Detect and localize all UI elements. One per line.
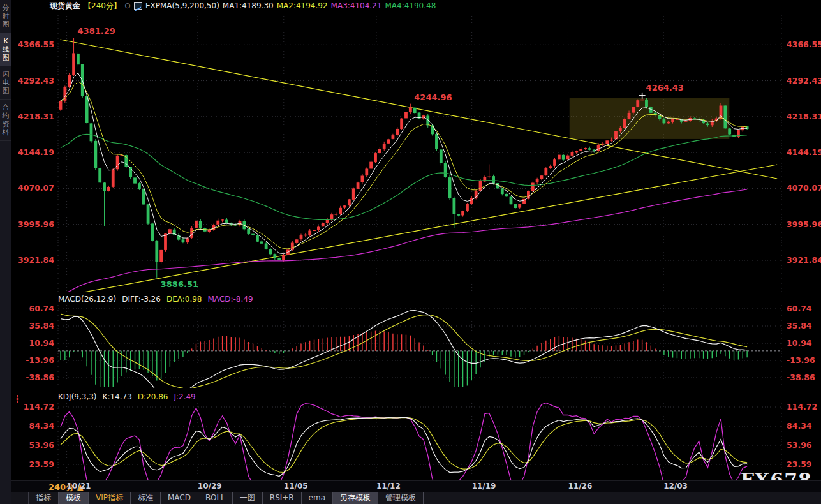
- svg-text:35.84: 35.84: [787, 321, 812, 330]
- ma3-value: MA3:4104.21: [331, 1, 382, 10]
- svg-text:35.84: 35.84: [29, 321, 54, 330]
- sidebar-tab-1[interactable]: K线图: [0, 33, 11, 66]
- date-tick-3: 11/12: [376, 482, 401, 491]
- indicator-toolbar: 指标模板VIP指标标准MACDBOLL一图RSI+Bema另存模板管理模板: [11, 492, 821, 504]
- kdj-j-value: J:2.49: [174, 392, 195, 401]
- svg-text:114.72: 114.72: [24, 403, 54, 411]
- svg-text:4218.31: 4218.31: [18, 112, 54, 121]
- svg-text:4144.19: 4144.19: [18, 147, 54, 157]
- ma2-value: MA2:4194.92: [277, 1, 328, 10]
- svg-text:60.74: 60.74: [787, 305, 812, 313]
- svg-text:3921.84: 3921.84: [787, 255, 821, 265]
- toolbar-item-1[interactable]: 模板: [59, 492, 89, 504]
- svg-text:3995.96: 3995.96: [18, 219, 54, 229]
- svg-text:53.96: 53.96: [787, 440, 812, 450]
- svg-text:4070.07: 4070.07: [18, 183, 54, 193]
- svg-text:23.59: 23.59: [787, 459, 812, 469]
- trading-app-window: 分时图K线图闪电图合约资料 现货黄金 【240分】 ⊖ EXPMA(5,9,20…: [0, 0, 821, 504]
- svg-text:4144.19: 4144.19: [787, 147, 821, 157]
- toolbar-item-9[interactable]: 另存模板: [333, 492, 378, 504]
- date-tick-6: 12/03: [663, 482, 688, 491]
- date-tick-2: 11/05: [284, 482, 308, 491]
- kdj-indicator-chart[interactable]: 114.72114.7284.3484.3453.9653.9623.5923.…: [11, 403, 821, 480]
- macd-diff-value: DIFF:-3.26: [122, 295, 161, 304]
- svg-text:-38.86: -38.86: [26, 373, 54, 382]
- x-axis-date-row: 240分 ▲ 10/2110/2911/0511/1211/1911/2612/…: [11, 480, 821, 492]
- main-candlestick-chart[interactable]: 4440.664440.664366.554366.554292.434292.…: [11, 0, 821, 293]
- svg-text:3921.84: 3921.84: [18, 255, 54, 265]
- svg-text:10.94: 10.94: [787, 338, 812, 348]
- svg-text:4218.31: 4218.31: [787, 112, 821, 121]
- date-tick-1: 10/29: [198, 482, 222, 491]
- macd-title: MACD(26,12,9): [58, 295, 116, 304]
- toolbar-spacer: [11, 492, 29, 504]
- kdj-d-value: D:20.86: [138, 392, 168, 401]
- macd-header: MACD(26,12,9) DIFF:-3.26 DEA:0.98 MACD:-…: [58, 294, 259, 304]
- svg-text:4292.43: 4292.43: [18, 76, 54, 85]
- macd-indicator-chart[interactable]: 60.7460.7435.8435.8410.9410.94-13.96-13.…: [11, 305, 821, 388]
- toolbar-item-3[interactable]: 标准: [131, 492, 161, 504]
- chart-header: 现货黄金 【240分】 ⊖ EXPMA(5,9,200,50) MA1:4189…: [12, 0, 821, 11]
- ma4-value: MA4:4190.48: [385, 1, 436, 10]
- date-tick-0: 10/21: [67, 482, 91, 491]
- indicator-settings-icon[interactable]: [13, 395, 22, 403]
- kdj-header: KDJ(9,3,3) K:14.73 D:20.86 J:2.49: [58, 392, 202, 402]
- macd-macd-value: MACD:-8.49: [207, 295, 253, 304]
- svg-text:4292.43: 4292.43: [787, 76, 821, 85]
- svg-text:53.96: 53.96: [29, 440, 54, 450]
- indicator-icon: [134, 2, 142, 10]
- price-annotation: 4244.96: [414, 93, 452, 102]
- sidebar-tab-0[interactable]: 分时图: [0, 0, 11, 33]
- date-tick-5: 11/26: [568, 482, 592, 491]
- toolbar-item-10[interactable]: 管理模板: [378, 492, 424, 504]
- svg-text:4366.55: 4366.55: [18, 40, 54, 49]
- kdj-title: KDJ(9,3,3): [58, 392, 97, 401]
- toolbar-item-0[interactable]: 指标: [29, 492, 59, 504]
- chart-type-sidebar: 分时图K线图闪电图合约资料: [0, 0, 11, 504]
- indicator-label: EXPMA(5,9,200,50): [145, 1, 219, 10]
- ma1-value: MA1:4189.30: [223, 1, 274, 10]
- toolbar-item-6[interactable]: 一图: [233, 492, 263, 504]
- svg-text:-38.86: -38.86: [787, 373, 815, 382]
- svg-text:84.34: 84.34: [787, 421, 812, 431]
- svg-text:-13.96: -13.96: [787, 355, 815, 365]
- svg-text:3995.96: 3995.96: [787, 219, 821, 229]
- svg-text:-13.96: -13.96: [26, 355, 54, 365]
- macd-dea-value: DEA:0.98: [166, 295, 202, 304]
- toolbar-item-8[interactable]: ema: [302, 492, 333, 504]
- price-annotation: 3886.51: [161, 279, 198, 289]
- toolbar-item-7[interactable]: RSI+B: [263, 492, 302, 504]
- svg-text:84.34: 84.34: [29, 421, 54, 431]
- price-annotation: 4381.29: [78, 26, 115, 36]
- toolbar-item-4[interactable]: MACD: [161, 492, 198, 504]
- sidebar-tab-3[interactable]: 合约资料: [0, 100, 11, 141]
- svg-text:4366.55: 4366.55: [787, 40, 821, 49]
- symbol-name: 现货黄金: [50, 1, 80, 11]
- svg-text:4070.07: 4070.07: [787, 183, 821, 193]
- period-badge: 【240分】: [84, 1, 121, 11]
- toolbar-item-5[interactable]: BOLL: [198, 492, 233, 504]
- price-annotation: 4264.43: [646, 83, 684, 93]
- date-tick-4: 11/19: [472, 482, 496, 491]
- svg-text:23.59: 23.59: [29, 459, 54, 469]
- kdj-k-value: K:14.73: [103, 392, 132, 401]
- svg-text:114.72: 114.72: [787, 403, 817, 411]
- svg-text:60.74: 60.74: [29, 305, 54, 313]
- svg-text:10.94: 10.94: [29, 338, 54, 348]
- sidebar-tab-2[interactable]: 闪电图: [0, 66, 11, 100]
- collapse-icon[interactable]: ⊖: [124, 1, 131, 10]
- toolbar-item-2[interactable]: VIP指标: [89, 492, 131, 504]
